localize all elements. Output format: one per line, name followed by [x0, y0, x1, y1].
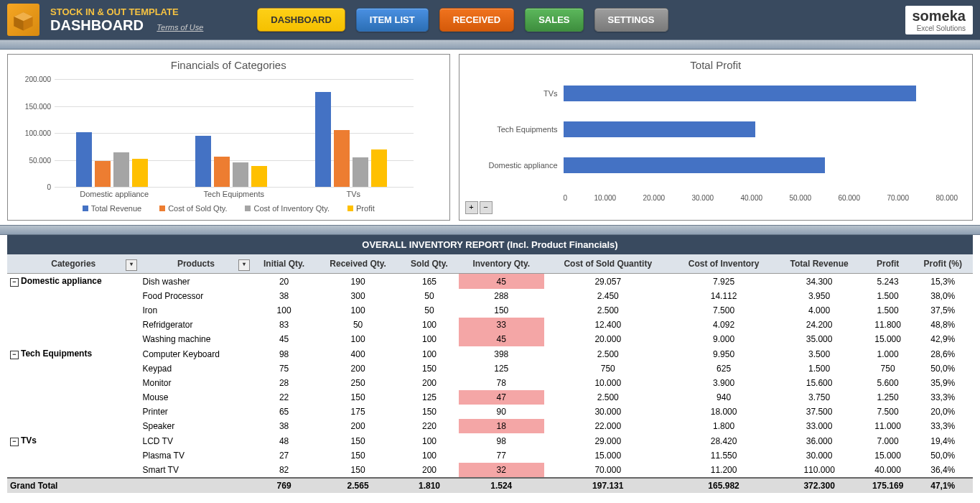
bar — [233, 162, 248, 187]
table-row[interactable]: −Domestic appliance Dish washer 20190165… — [7, 274, 973, 290]
nav-dashboard[interactable]: DASHBOARD — [257, 8, 345, 32]
hbar — [564, 86, 916, 101]
col-header[interactable]: Inventory Qty. — [459, 254, 544, 274]
bar — [315, 92, 331, 187]
collapse-icon[interactable]: − — [10, 278, 19, 287]
filter-icon[interactable]: ▾ — [238, 259, 250, 271]
divider-bar — [0, 40, 980, 50]
table-row[interactable]: Smart TV 82150200 32 70.00011.200110.000… — [7, 463, 973, 478]
filter-icon[interactable]: ▾ — [126, 259, 137, 271]
nav-item-list[interactable]: ITEM LIST — [356, 8, 429, 32]
zoom-out-icon[interactable]: − — [480, 201, 493, 214]
hbar — [564, 121, 756, 137]
bar — [195, 136, 211, 187]
bar — [132, 159, 148, 187]
collapse-icon[interactable]: − — [10, 351, 19, 359]
chart1-xlabels: Domestic applianceTech EquipmentsTVs — [55, 190, 414, 198]
brand-sub: Excel Solutions — [913, 24, 966, 32]
bar — [95, 161, 111, 187]
table-row[interactable]: Printer 65175150 90 30.00018.00037.5007.… — [7, 405, 973, 419]
bar — [113, 152, 129, 187]
brand-logo: someka Excel Solutions — [905, 6, 974, 34]
col-header[interactable]: Cost of Sold Quantity — [544, 254, 672, 274]
profit-chart[interactable]: Total Profit TVsTech EquipmentsDomestic … — [459, 54, 973, 221]
chart1-legend: Total RevenueCost of Sold Qty.Cost of In… — [8, 204, 449, 213]
col-header[interactable]: Profit (%) — [913, 254, 973, 274]
bar — [371, 149, 387, 188]
page-title: DASHBOARD — [50, 17, 144, 34]
charts-row: Financials of Categories 050.000100.0001… — [0, 50, 980, 225]
col-header[interactable]: Initial Qty. — [252, 254, 316, 274]
table-row[interactable]: Keypad 75200150 125 7506251.50075050,0% — [7, 361, 973, 376]
grand-total-row: Grand Total 7692.5651.8101.524 197.13116… — [7, 478, 973, 493]
table-row[interactable]: Mouse 22150125 47 2.5009403.7501.25033,3… — [7, 390, 973, 405]
brand-name: someka — [913, 8, 966, 24]
table-row[interactable]: −Tech Equipments Computer Keyboard 98400… — [7, 346, 973, 361]
table-row[interactable]: −TVs LCD TV 48150100 98 29.00028.42036.0… — [7, 433, 973, 448]
nav-bar: DASHBOARD ITEM LIST RECEIVED SALES SETTI… — [257, 8, 668, 32]
col-header[interactable]: Profit — [863, 254, 913, 274]
col-header[interactable]: Total Revenue — [776, 254, 863, 274]
col-header[interactable]: Received Qty. — [316, 254, 401, 274]
chart2-plot: TVsTech EquipmentsDomestic appliance — [564, 79, 958, 194]
bar — [353, 157, 368, 187]
nav-sales[interactable]: SALES — [525, 8, 583, 32]
table-row[interactable]: Food Processor 3830050 288 2.45014.1123.… — [7, 289, 973, 303]
chart2-title: Total Profit — [459, 55, 972, 75]
col-header[interactable]: Sold Qty. — [400, 254, 458, 274]
bar — [76, 132, 92, 187]
bar — [334, 130, 350, 188]
app-logo-icon — [7, 4, 39, 36]
report-header: OVERALL INVENTORY REPORT (Incl. Product … — [7, 235, 973, 254]
nav-settings[interactable]: SETTINGS — [594, 8, 668, 32]
financials-chart[interactable]: Financials of Categories 050.000100.0001… — [7, 54, 450, 221]
table-row[interactable]: Washing machine 45100100 45 20.0009.0003… — [7, 332, 973, 346]
hbar — [564, 157, 825, 173]
collapse-icon[interactable]: − — [10, 438, 19, 446]
table-row[interactable]: Refridgerator 8350100 33 12.4004.09224.2… — [7, 318, 973, 332]
chart1-plot: 050.000100.000150.000200.000 — [55, 79, 414, 187]
divider-bar — [0, 225, 980, 235]
bar — [214, 157, 230, 187]
bar — [251, 166, 267, 187]
chart2-xaxis: 010.00020.00030.00040.00050.00060.00070.… — [564, 194, 958, 202]
col-header[interactable]: Cost of Inventory — [672, 254, 776, 274]
chart1-title: Financials of Categories — [8, 55, 449, 75]
app-header: STOCK IN & OUT TEMPLATE DASHBOARD Terms … — [0, 0, 980, 40]
terms-link[interactable]: Terms of Use — [157, 23, 203, 32]
inventory-table: Categories▾Products▾Initial Qty.Received… — [7, 254, 973, 493]
table-row[interactable]: Iron 10010050 150 2.5007.5004.0001.50037… — [7, 303, 973, 318]
nav-received[interactable]: RECEIVED — [439, 8, 514, 32]
table-row[interactable]: Plasma TV 27150100 77 15.00011.55030.000… — [7, 448, 973, 463]
chart-zoom-controls: + − — [465, 201, 493, 214]
col-header[interactable]: Categories▾ — [7, 254, 139, 274]
table-row[interactable]: Monitor 28250200 78 10.0003.90015.6005.6… — [7, 376, 973, 390]
app-title: STOCK IN & OUT TEMPLATE — [50, 6, 203, 17]
title-block: STOCK IN & OUT TEMPLATE DASHBOARD Terms … — [50, 6, 203, 34]
zoom-in-icon[interactable]: + — [465, 201, 478, 214]
col-header[interactable]: Products▾ — [139, 254, 252, 274]
table-row[interactable]: Speaker 38200220 18 22.0001.80033.00011.… — [7, 419, 973, 433]
